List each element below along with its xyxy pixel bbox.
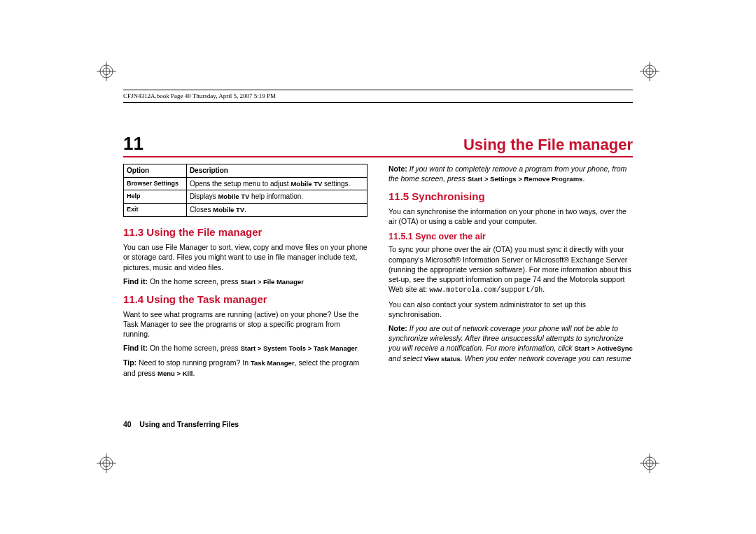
description-cell: Opens the setup menu to adjust Mobile TV… (186, 177, 367, 190)
page-footer: 40 Using and Transferring Files (123, 420, 239, 428)
crop-mark-icon (97, 454, 116, 473)
left-column: Option Description Browser Settings Open… (123, 164, 368, 383)
body-text: You can also contact your system adminis… (388, 300, 633, 319)
body-text: You can synchronise the information on y… (388, 206, 633, 226)
table-header-description: Description (186, 164, 367, 178)
section-heading-11-4: 11.4 Using the Task manager (123, 293, 368, 307)
page-number: 40 (123, 420, 132, 428)
crop-mark-icon (97, 62, 116, 81)
body-text: Want to see what programs are running (a… (123, 309, 368, 339)
chapter-number: 11 (123, 133, 144, 155)
table-row: Browser Settings Opens the setup menu to… (124, 177, 368, 190)
section-heading-11-3: 11.3 Using the File manager (123, 225, 368, 239)
table-header-option: Option (124, 164, 187, 178)
right-column: Note: If you want to completely remove a… (388, 164, 633, 383)
tip-line: Tip: Need to stop running program? In Ta… (123, 358, 368, 379)
options-table: Option Description Browser Settings Open… (123, 164, 368, 217)
chapter-header: 11 Using the File manager (123, 133, 633, 157)
rule-line (123, 102, 633, 103)
table-row: Exit Closes Mobile TV. (124, 204, 368, 217)
findit-line: Find it: On the home screen, press Start… (123, 343, 368, 353)
body-text: To sync your phone over the air (OTA) yo… (388, 244, 633, 295)
body-text: You can use File Manager to sort, view, … (123, 242, 368, 272)
crop-mark-icon (640, 62, 659, 81)
footer-label: Using and Transferring Files (139, 420, 239, 428)
section-heading-11-5: 11.5 Synchronising (388, 190, 633, 204)
print-meta-header: CFJN4312A.book Page 40 Thursday, April 5… (123, 92, 276, 99)
chapter-title: Using the File manager (463, 136, 633, 154)
table-row: Help Displays Mobile TV help information… (124, 190, 368, 204)
note-line: Note: If you are out of network coverage… (388, 323, 633, 364)
option-cell: Help (124, 190, 187, 204)
note-line: Note: If you want to completely remove a… (388, 164, 633, 184)
description-cell: Displays Mobile TV help information. (186, 190, 367, 204)
option-cell: Exit (124, 204, 187, 217)
description-cell: Closes Mobile TV. (186, 204, 367, 217)
findit-line: Find it: On the home screen, press Start… (123, 276, 368, 287)
rule-line (123, 90, 633, 90)
option-cell: Browser Settings (124, 177, 187, 190)
subsection-heading-11-5-1: 11.5.1 Sync over the air (388, 231, 633, 243)
crop-mark-icon (640, 454, 659, 473)
